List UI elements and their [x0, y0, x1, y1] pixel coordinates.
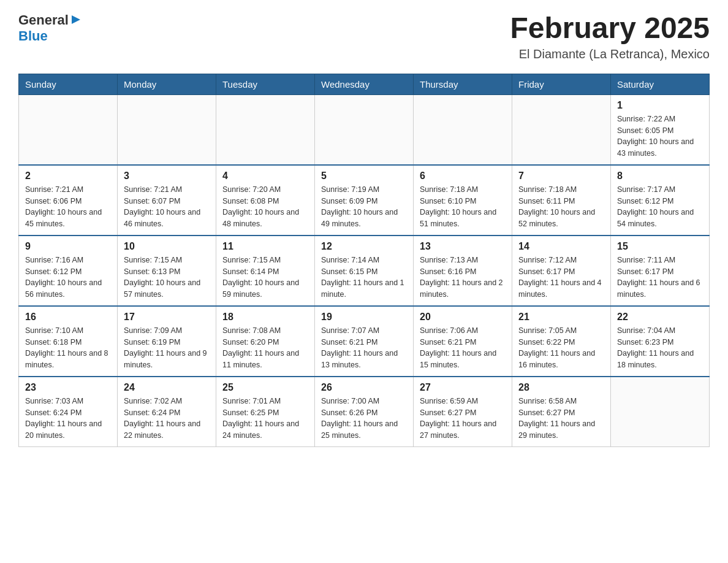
day-number: 12	[321, 241, 407, 252]
col-header-tuesday: Tuesday	[216, 74, 315, 94]
day-info: Sunrise: 7:14 AMSunset: 6:15 PMDaylight:…	[321, 255, 407, 301]
daylight-text: Daylight: 11 hours and 8 minutes.	[25, 349, 108, 369]
daylight-text: Daylight: 10 hours and 51 minutes.	[420, 208, 496, 228]
calendar-cell: 6Sunrise: 7:18 AMSunset: 6:10 PMDaylight…	[414, 165, 512, 236]
sunrise-text: Sunrise: 7:03 AM	[25, 397, 83, 405]
calendar-cell: 11Sunrise: 7:15 AMSunset: 6:14 PMDayligh…	[216, 236, 315, 306]
sunrise-text: Sunrise: 7:18 AM	[420, 185, 478, 194]
svg-marker-0	[72, 15, 80, 24]
day-info: Sunrise: 7:09 AMSunset: 6:19 PMDaylight:…	[124, 325, 210, 371]
sunrise-text: Sunrise: 6:58 AM	[518, 397, 577, 405]
day-number: 24	[124, 382, 210, 393]
calendar-cell	[414, 94, 512, 165]
calendar-cell: 5Sunrise: 7:19 AMSunset: 6:09 PMDaylight…	[315, 165, 414, 236]
col-header-friday: Friday	[512, 74, 611, 94]
sunset-text: Sunset: 6:26 PM	[321, 408, 377, 417]
calendar-cell: 26Sunrise: 7:00 AMSunset: 6:26 PMDayligh…	[315, 377, 414, 447]
day-info: Sunrise: 7:12 AMSunset: 6:17 PMDaylight:…	[518, 255, 604, 301]
day-info: Sunrise: 6:58 AMSunset: 6:27 PMDaylight:…	[518, 396, 604, 442]
daylight-text: Daylight: 11 hours and 29 minutes.	[518, 419, 595, 440]
day-info: Sunrise: 7:10 AMSunset: 6:18 PMDaylight:…	[25, 325, 111, 371]
daylight-text: Daylight: 10 hours and 52 minutes.	[518, 208, 595, 228]
day-number: 8	[617, 170, 703, 182]
day-number: 11	[222, 241, 308, 252]
day-number: 4	[222, 170, 308, 182]
daylight-text: Daylight: 10 hours and 59 minutes.	[222, 278, 299, 299]
day-number: 21	[518, 312, 604, 323]
sunset-text: Sunset: 6:18 PM	[25, 338, 82, 347]
day-number: 9	[25, 241, 111, 252]
sunset-text: Sunset: 6:12 PM	[25, 267, 82, 276]
day-number: 2	[25, 170, 111, 182]
calendar-week-row: 23Sunrise: 7:03 AMSunset: 6:24 PMDayligh…	[19, 377, 710, 447]
day-info: Sunrise: 6:59 AMSunset: 6:27 PMDaylight:…	[420, 396, 506, 442]
sunrise-text: Sunrise: 7:22 AM	[617, 115, 675, 123]
col-header-wednesday: Wednesday	[315, 74, 414, 94]
day-info: Sunrise: 7:00 AMSunset: 6:26 PMDaylight:…	[321, 396, 407, 442]
daylight-text: Daylight: 11 hours and 11 minutes.	[222, 349, 299, 369]
day-number: 20	[420, 312, 506, 323]
logo-arrow-icon	[70, 14, 82, 28]
calendar-cell: 1Sunrise: 7:22 AMSunset: 6:05 PMDaylight…	[611, 94, 710, 165]
sunrise-text: Sunrise: 7:21 AM	[25, 185, 83, 194]
day-number: 19	[321, 312, 407, 323]
sunset-text: Sunset: 6:17 PM	[617, 267, 673, 276]
location-subtitle: El Diamante (La Retranca), Mexico	[510, 47, 710, 61]
daylight-text: Daylight: 11 hours and 9 minutes.	[124, 349, 207, 369]
day-number: 16	[25, 312, 111, 323]
calendar-cell: 15Sunrise: 7:11 AMSunset: 6:17 PMDayligh…	[611, 236, 710, 306]
day-info: Sunrise: 7:04 AMSunset: 6:23 PMDaylight:…	[617, 325, 703, 371]
sunrise-text: Sunrise: 7:11 AM	[617, 256, 675, 264]
calendar-cell: 21Sunrise: 7:05 AMSunset: 6:22 PMDayligh…	[512, 306, 611, 377]
daylight-text: Daylight: 11 hours and 6 minutes.	[617, 278, 700, 299]
calendar-cell: 19Sunrise: 7:07 AMSunset: 6:21 PMDayligh…	[315, 306, 414, 377]
day-info: Sunrise: 7:19 AMSunset: 6:09 PMDaylight:…	[321, 184, 407, 230]
day-number: 22	[617, 312, 703, 323]
sunset-text: Sunset: 6:06 PM	[25, 197, 82, 205]
sunrise-text: Sunrise: 7:02 AM	[124, 397, 182, 405]
calendar-cell: 8Sunrise: 7:17 AMSunset: 6:12 PMDaylight…	[611, 165, 710, 236]
calendar-cell: 3Sunrise: 7:21 AMSunset: 6:07 PMDaylight…	[118, 165, 216, 236]
calendar-cell: 23Sunrise: 7:03 AMSunset: 6:24 PMDayligh…	[19, 377, 118, 447]
sunset-text: Sunset: 6:27 PM	[518, 408, 575, 417]
calendar-cell: 24Sunrise: 7:02 AMSunset: 6:24 PMDayligh…	[118, 377, 216, 447]
calendar-cell	[19, 94, 118, 165]
daylight-text: Daylight: 11 hours and 22 minutes.	[124, 419, 200, 440]
col-header-thursday: Thursday	[414, 74, 512, 94]
calendar-cell: 27Sunrise: 6:59 AMSunset: 6:27 PMDayligh…	[414, 377, 512, 447]
day-number: 6	[420, 170, 506, 182]
sunset-text: Sunset: 6:22 PM	[518, 338, 575, 347]
day-info: Sunrise: 7:17 AMSunset: 6:12 PMDaylight:…	[617, 184, 703, 230]
calendar-cell: 28Sunrise: 6:58 AMSunset: 6:27 PMDayligh…	[512, 377, 611, 447]
sunrise-text: Sunrise: 7:10 AM	[25, 326, 83, 335]
day-info: Sunrise: 7:03 AMSunset: 6:24 PMDaylight:…	[25, 396, 111, 442]
sunset-text: Sunset: 6:27 PM	[420, 408, 476, 417]
day-number: 5	[321, 170, 407, 182]
day-info: Sunrise: 7:20 AMSunset: 6:08 PMDaylight:…	[222, 184, 308, 230]
day-number: 23	[25, 382, 111, 393]
sunset-text: Sunset: 6:13 PM	[124, 267, 180, 276]
calendar-header-row: SundayMondayTuesdayWednesdayThursdayFrid…	[19, 74, 710, 94]
calendar-cell: 18Sunrise: 7:08 AMSunset: 6:20 PMDayligh…	[216, 306, 315, 377]
sunrise-text: Sunrise: 7:15 AM	[124, 256, 182, 264]
day-info: Sunrise: 7:18 AMSunset: 6:10 PMDaylight:…	[420, 184, 506, 230]
sunset-text: Sunset: 6:11 PM	[518, 197, 575, 205]
daylight-text: Daylight: 11 hours and 24 minutes.	[222, 419, 299, 440]
sunrise-text: Sunrise: 7:14 AM	[321, 256, 379, 264]
daylight-text: Daylight: 11 hours and 2 minutes.	[420, 278, 503, 299]
day-number: 10	[124, 241, 210, 252]
sunrise-text: Sunrise: 7:06 AM	[420, 326, 478, 335]
sunset-text: Sunset: 6:25 PM	[222, 408, 279, 417]
daylight-text: Daylight: 10 hours and 49 minutes.	[321, 208, 398, 228]
day-number: 7	[518, 170, 604, 182]
day-number: 3	[124, 170, 210, 182]
daylight-text: Daylight: 10 hours and 57 minutes.	[124, 278, 200, 299]
calendar-cell	[118, 94, 216, 165]
calendar-cell	[315, 94, 414, 165]
calendar-cell: 10Sunrise: 7:15 AMSunset: 6:13 PMDayligh…	[118, 236, 216, 306]
daylight-text: Daylight: 10 hours and 43 minutes.	[617, 137, 694, 158]
day-info: Sunrise: 7:06 AMSunset: 6:21 PMDaylight:…	[420, 325, 506, 371]
calendar-cell: 14Sunrise: 7:12 AMSunset: 6:17 PMDayligh…	[512, 236, 611, 306]
sunrise-text: Sunrise: 7:13 AM	[420, 256, 478, 264]
sunset-text: Sunset: 6:17 PM	[518, 267, 575, 276]
